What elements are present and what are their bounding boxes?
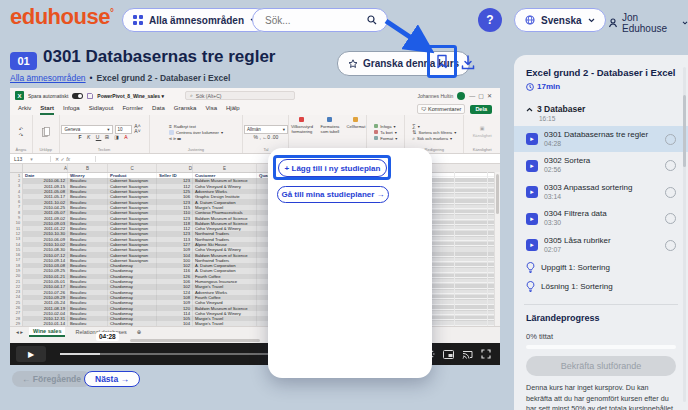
previous-button[interactable]: ← Föregående [12, 371, 91, 387]
progress-bar [526, 345, 676, 349]
excel-tab-visa: Visa [205, 105, 217, 115]
search-icon[interactable] [367, 15, 377, 25]
excel-app-icon: X [15, 91, 24, 100]
course-duration: 17min [526, 82, 676, 91]
star-icon [348, 59, 358, 69]
language-label: Svenska [541, 15, 582, 26]
breadcrumb-link[interactable]: Alla ämnesområden [10, 73, 86, 83]
excel-ribbon-tabs: ArkivStartInfogaSidlayoutFormlerDataGran… [10, 103, 500, 115]
globe-icon [525, 15, 535, 25]
chevron-down-icon [682, 21, 688, 25]
lesson-progress-circle[interactable] [665, 240, 676, 251]
lesson-number-badge: 01 [10, 52, 37, 70]
video-lesson-icon: ▸ [526, 133, 538, 145]
confirm-completion-button[interactable]: Bekräfta slutförande [526, 356, 676, 376]
breadcrumb-separator: • [90, 73, 93, 83]
section-duration: 16:15 [539, 115, 676, 122]
sheet-nav-icons: ◂ ▸ [16, 329, 23, 335]
task-item[interactable]: Uppgift 1: Sortering [526, 258, 676, 277]
excel-tab-data: Data [152, 105, 165, 115]
lesson-title: 0302 Sortera [544, 156, 659, 166]
excel-tab-hjälp: Hjälp [226, 105, 240, 115]
fullscreen-icon[interactable] [481, 349, 491, 359]
video-lesson-icon: ▸ [526, 160, 538, 172]
breadcrumb: Alla ämnesområden • Excel grund 2 - Data… [10, 73, 230, 83]
completion-note: Denna kurs har inget kursprov. Du kan be… [526, 383, 676, 410]
search-bar[interactable] [252, 8, 388, 32]
task-title: Lösning 1: Sortering [541, 282, 613, 291]
lesson-duration: 02:56 [544, 166, 659, 174]
share-button: Dela [470, 105, 492, 114]
task-item[interactable]: Lösning 1: Sortering [526, 277, 676, 296]
subjects-grid-icon [133, 15, 143, 25]
chevron-down-icon [588, 18, 595, 23]
chevron-up-icon [526, 107, 533, 112]
lesson-duration: 02:07 [544, 246, 659, 254]
user-menu[interactable]: Jon Eduhouse [608, 12, 688, 34]
bookmark-annotation-box [427, 45, 457, 78]
excel-vertical-scrollbar [494, 172, 500, 326]
excel-tab-arkiv: Arkiv [18, 105, 31, 115]
lesson-list: ▸ 0301 Databasernas tre regler 04:28 ▸ 0… [514, 126, 688, 258]
video-lesson-icon: ▸ [526, 186, 538, 198]
lesson-title: 0301 Databasernas tre regler [544, 130, 659, 140]
clock-icon [526, 83, 534, 91]
help-button[interactable]: ? [478, 8, 502, 32]
studyplan-popup: + Lägg till i ny studieplan Gå till mina… [268, 148, 432, 378]
person-icon [608, 18, 618, 28]
lesson-duration: 04:28 [544, 140, 659, 148]
course-sidebar: Excel grund 2 - Databaser i Excel 17min … [514, 55, 688, 410]
add-to-studyplan-button[interactable]: + Lägg till i ny studieplan [278, 159, 387, 177]
autosave-toggle [72, 93, 83, 99]
sidebar-scrollbar[interactable] [683, 67, 686, 402]
course-title: Excel grund 2 - Databaser i Excel [526, 67, 676, 78]
user-name: Jon Eduhouse [622, 12, 678, 34]
app-root: eduhouse° Alla ämnesområden ? Svenska Jo… [0, 0, 688, 410]
section-header[interactable]: 3 Databaser [526, 104, 676, 114]
sidebar-divider [524, 304, 678, 305]
pip-icon[interactable] [443, 350, 454, 359]
next-button[interactable]: Nästa → [84, 371, 140, 387]
progress-value: 0% tittat [526, 332, 676, 341]
lesson-progress-circle[interactable] [665, 134, 676, 145]
language-dropdown[interactable]: Svenska [514, 8, 606, 32]
eduhouse-logo[interactable]: eduhouse° [10, 4, 113, 30]
video-time-tooltip: 04:28 [96, 332, 119, 341]
lesson-title: 0305 Låsa rubriker [544, 236, 659, 246]
lesson-duration: 03:14 [544, 193, 659, 201]
play-button[interactable]: ▶ [16, 346, 46, 362]
task-title: Uppgift 1: Sortering [541, 263, 610, 272]
subjects-dropdown[interactable]: Alla ämnesområden [122, 8, 268, 32]
lesson-progress-circle[interactable] [665, 160, 676, 171]
lesson-item[interactable]: ▸ 0302 Sortera 02:56 [514, 152, 688, 178]
excel-title-bar: X Spara automatiskt PowerPivot_8_Wine_sa… [10, 88, 500, 103]
progress-title: Lärandeprogress [526, 313, 676, 323]
lesson-item[interactable]: ▸ 0303 Anpassad sortering 03:14 [514, 179, 688, 205]
goto-studyplans-button[interactable]: Gå till mina studieplaner → [277, 186, 389, 203]
video-lesson-icon: ▸ [526, 239, 538, 251]
lesson-progress-circle[interactable] [665, 187, 676, 198]
task-list: Uppgift 1: Sortering Lösning 1: Sorterin… [526, 258, 676, 296]
lesson-progress-circle[interactable] [665, 213, 676, 224]
lesson-duration: 03:30 [544, 219, 659, 227]
window-controls-icons: —▢✕ [469, 92, 495, 99]
excel-user-avatar [457, 92, 465, 100]
download-icon[interactable] [461, 55, 475, 70]
excel-tab-granska: Granska [174, 105, 197, 115]
search-input[interactable] [263, 14, 357, 27]
bookmark-icon[interactable] [436, 54, 448, 69]
cast-icon[interactable] [462, 350, 473, 359]
sheet-tab-wine-sales: Wine sales [29, 327, 65, 337]
add-sheet-icon: ⊕ [137, 329, 142, 335]
excel-tab-formler: Formler [122, 105, 143, 115]
excel-search-box: ⌕ Sök (Alt+C) [185, 91, 295, 100]
lesson-item[interactable]: ▸ 0301 Databasernas tre regler 04:28 [514, 126, 688, 152]
breadcrumb-current: Excel grund 2 - Databaser i Excel [97, 73, 231, 83]
lesson-title: 0304 Filtrera data [544, 209, 659, 219]
excel-tab-infoga: Infoga [63, 105, 80, 115]
subjects-dropdown-label: Alla ämnesområden [149, 15, 244, 26]
lightbulb-icon [526, 262, 535, 273]
lesson-item[interactable]: ▸ 0305 Låsa rubriker 02:07 [514, 232, 688, 258]
lesson-title: 0303 Anpassad sortering [544, 183, 659, 193]
lesson-item[interactable]: ▸ 0304 Filtrera data 03:30 [514, 205, 688, 231]
